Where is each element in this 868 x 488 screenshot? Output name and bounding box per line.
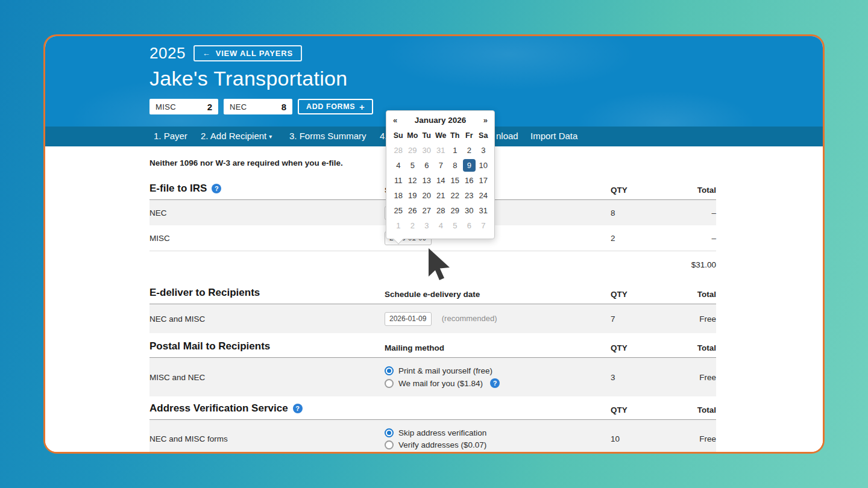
calendar-day[interactable]: 22 [448, 188, 462, 203]
calendar-day[interactable]: 11 [391, 173, 406, 188]
total-column-label: Total [677, 343, 716, 352]
mailing-method-column-label: Mailing method [385, 343, 611, 352]
calendar-next-button[interactable]: » [476, 116, 488, 125]
calendar-day[interactable]: 28 [391, 143, 406, 158]
calendar-day[interactable]: 13 [420, 173, 434, 188]
calendar-day-selected[interactable]: 9 [462, 158, 477, 173]
calendar-day[interactable]: 19 [406, 188, 420, 203]
calendar-day[interactable]: 26 [406, 203, 420, 218]
nec-form-count[interactable]: NEC 8 [224, 99, 292, 114]
nav-step-add-recipient[interactable]: 2. Add Recipient▾ [201, 131, 272, 141]
calendar-day[interactable]: 29 [406, 143, 420, 158]
row-total: Free [677, 434, 716, 443]
chevron-down-icon: ▾ [269, 133, 272, 140]
table-row-postal: MISC and NEC Print & mail yourself (free… [149, 358, 716, 396]
qty-column-label: QTY [611, 405, 677, 414]
calendar-day[interactable]: 30 [462, 203, 477, 218]
calendar-day[interactable]: 12 [406, 173, 420, 188]
row-total: Free [677, 314, 716, 324]
calendar-day[interactable]: 7 [476, 218, 491, 233]
calendar-day[interactable]: 25 [391, 203, 406, 218]
row-label: MISC [149, 234, 385, 243]
misc-form-count[interactable]: MISC 2 [149, 99, 218, 114]
radio-verify-addresses[interactable]: Verify addresses ($0.07) [385, 440, 611, 449]
calendar-day[interactable]: 29 [448, 203, 462, 218]
calendar-day[interactable]: 30 [420, 143, 434, 158]
calendar-day[interactable]: 5 [448, 218, 462, 233]
efile-section-title: E-file to IRS ? [149, 183, 385, 195]
row-label: NEC [149, 208, 385, 217]
calendar-day[interactable]: 24 [476, 188, 491, 203]
calendar-day[interactable]: 10 [476, 158, 491, 173]
calendar-day[interactable]: 23 [462, 188, 477, 203]
calendar-day[interactable]: 1 [391, 218, 406, 233]
postal-section-title: Postal Mail to Recipients [149, 340, 385, 352]
view-all-payers-button[interactable]: ← VIEW ALL PAYERS [193, 45, 302, 61]
qty-column-label: QTY [611, 290, 677, 299]
calendar-day[interactable]: 5 [406, 158, 420, 173]
radio-skip-address-verification[interactable]: Skip address verification [385, 428, 611, 437]
nav-step-forms-summary[interactable]: 3. Forms Summary [289, 131, 366, 141]
calendar-day[interactable]: 17 [476, 173, 491, 188]
calendar-weekday-label: Tu [420, 128, 434, 143]
avs-section-header: Address Verification Service ? QTY Total [149, 402, 716, 420]
calendar-day[interactable]: 6 [420, 158, 434, 173]
calendar-day[interactable]: 4 [434, 218, 448, 233]
calendar-day[interactable]: 31 [476, 203, 491, 218]
help-icon[interactable]: ? [490, 378, 500, 388]
edelivery-date-column-label: Schedule e-delivery date [385, 290, 611, 299]
calendar-day[interactable]: 27 [420, 203, 434, 218]
radio-we-mail-for-you[interactable]: We mail for you ($1.84) ? [385, 378, 611, 388]
calendar-day[interactable]: 15 [448, 173, 462, 188]
radio-unselected-icon[interactable] [385, 440, 394, 449]
calendar-prev-button[interactable]: « [393, 116, 405, 125]
calendar-day[interactable]: 4 [391, 158, 406, 173]
add-forms-button[interactable]: ADD FORMS + [298, 99, 373, 114]
tax-year: 2025 [149, 44, 186, 63]
calendar-day[interactable]: 1 [448, 143, 462, 158]
nav-import-data[interactable]: Import Data [530, 131, 577, 141]
help-icon[interactable]: ? [293, 404, 303, 413]
radio-print-mail-yourself[interactable]: Print & mail yourself (free) [385, 366, 611, 375]
row-qty: 7 [611, 314, 677, 324]
radio-selected-icon[interactable] [385, 428, 394, 437]
calendar-weekday-label: Sa [476, 128, 491, 143]
table-row-edeliver: NEC and MISC (recommended) 7 Free [149, 304, 716, 333]
row-total: – [677, 208, 716, 217]
row-qty: 10 [611, 434, 677, 443]
row-label: NEC and MISC forms [149, 434, 385, 443]
calendar-day[interactable]: 18 [391, 188, 406, 203]
calendar-day[interactable]: 6 [462, 218, 477, 233]
row-qty: 2 [611, 234, 677, 243]
calendar-day[interactable]: 31 [434, 143, 448, 158]
calendar-day[interactable]: 20 [420, 188, 434, 203]
total-column-label: Total [677, 405, 716, 414]
qty-column-label: QTY [611, 343, 677, 352]
calendar-day[interactable]: 21 [434, 188, 448, 203]
calendar-day[interactable]: 28 [434, 203, 448, 218]
edelivery-date-input[interactable] [385, 312, 432, 326]
nav-step-download-partial[interactable]: nload [496, 131, 518, 141]
calendar-day[interactable]: 7 [434, 158, 448, 173]
radio-selected-icon[interactable] [385, 366, 394, 375]
table-row-avs: NEC and MISC forms Skip address verifica… [149, 420, 716, 454]
help-icon[interactable]: ? [212, 184, 221, 193]
calendar-weekday-label: Su [391, 128, 406, 143]
calendar-day[interactable]: 16 [462, 173, 477, 188]
row-total: – [677, 234, 716, 243]
calendar-day[interactable]: 2 [406, 218, 420, 233]
calendar-day[interactable]: 14 [434, 173, 448, 188]
calendar-day[interactable]: 3 [420, 218, 434, 233]
nav-step-payer[interactable]: 1. Payer [154, 131, 187, 141]
calendar-day[interactable]: 2 [462, 143, 477, 158]
row-qty: 8 [611, 208, 677, 217]
radio-unselected-icon[interactable] [385, 379, 394, 388]
mouse-cursor-icon [426, 247, 451, 283]
row-label: NEC and MISC [149, 314, 385, 324]
datepicker-popup: « January 2026 » SuMoTuWeThFrSa282930311… [386, 110, 495, 239]
calendar-day[interactable]: 3 [476, 143, 491, 158]
row-label: MISC and NEC [149, 373, 385, 382]
calendar-day[interactable]: 8 [448, 158, 462, 173]
plus-icon: + [359, 102, 365, 112]
avs-section-title: Address Verification Service ? [149, 402, 385, 414]
